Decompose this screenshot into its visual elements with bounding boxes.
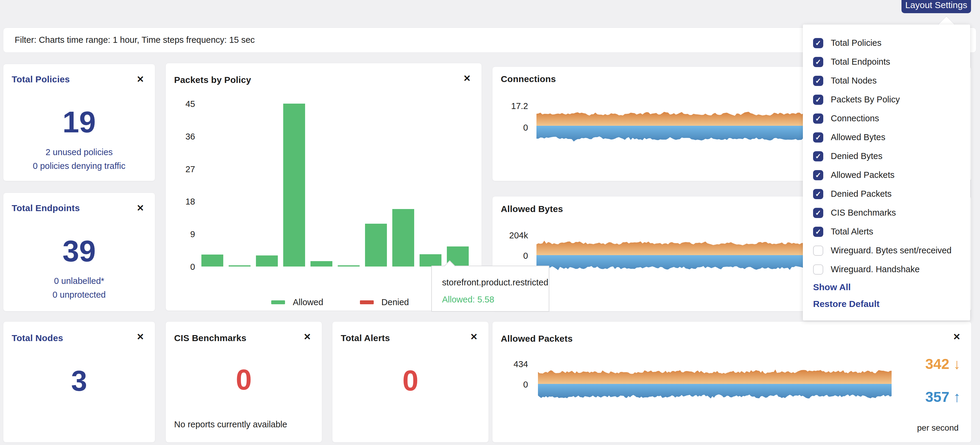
allowed-bar[interactable] (420, 254, 441, 266)
checked-checkbox-icon[interactable]: ✓ (813, 57, 823, 67)
close-icon[interactable]: ✕ (137, 75, 144, 84)
total-nodes-value: 3 (3, 367, 155, 395)
allowed-bar[interactable] (310, 261, 332, 266)
checked-checkbox-icon[interactable]: ✓ (813, 114, 823, 124)
allowed-packets-y-zero: 0 (501, 380, 528, 390)
dropdown-item-denied-bytes[interactable]: ✓Denied Bytes (803, 147, 970, 166)
allowed-packets-area-chart[interactable] (538, 367, 892, 402)
total-endpoints-subtext2: 0 unprotected (3, 290, 155, 300)
dropdown-item-wireguard-bytes-sent-received[interactable]: Wireguard. Bytes sent/received (803, 241, 970, 260)
close-icon[interactable]: ✕ (304, 333, 311, 341)
close-icon[interactable]: ✕ (137, 333, 144, 341)
total-endpoints-subtext1: 0 unlabelled* (3, 276, 155, 286)
allowed-legend-label: Allowed (293, 298, 323, 307)
allowed-bar[interactable] (256, 255, 278, 266)
allowed-packets-y-max: 434 (501, 359, 528, 369)
connections-y-zero: 0 (501, 123, 528, 133)
checked-checkbox-icon[interactable]: ✓ (813, 76, 823, 86)
total-endpoints-title[interactable]: Total Endpoints (12, 203, 80, 213)
denied-legend-swatch (360, 300, 374, 304)
total-alerts-value: 0 (332, 366, 488, 395)
bar-chart-legend: Allowed Denied (271, 298, 409, 307)
dropdown-items: ✓Total Policies✓Total Endpoints✓Total No… (803, 33, 970, 279)
bar-chart-y-tick: 0 (168, 262, 195, 272)
filter-text: Filter: Charts time range: 1 hour, Time … (15, 35, 255, 45)
allowed-packets-title: Allowed Packets (501, 334, 573, 344)
dropdown-item-total-nodes[interactable]: ✓Total Nodes (803, 71, 970, 90)
close-icon[interactable]: ✕ (137, 204, 144, 212)
dropdown-item-cis-benchmarks[interactable]: ✓CIS Benchmarks (803, 203, 970, 222)
allowed-bytes-y-zero: 0 (501, 251, 528, 261)
dropdown-item-label: Wireguard. Handshake (831, 264, 920, 274)
dropdown-item-allowed-packets[interactable]: ✓Allowed Packets (803, 166, 970, 184)
total-alerts-card: Total Alerts ✕ 0 (332, 321, 489, 443)
dropdown-item-label: Denied Packets (831, 189, 892, 199)
close-icon[interactable]: ✕ (463, 74, 471, 83)
bar-chart-plot[interactable] (197, 102, 475, 266)
dropdown-item-label: Allowed Bytes (831, 132, 885, 142)
total-policies-card: Total Policies ✕ 19 2 unused policies 0 … (3, 64, 155, 181)
dropdown-item-allowed-bytes[interactable]: ✓Allowed Bytes (803, 128, 970, 147)
allowed-bar[interactable] (338, 265, 360, 266)
dropdown-item-total-endpoints[interactable]: ✓Total Endpoints (803, 52, 970, 71)
allowed-bar[interactable] (392, 209, 414, 266)
allowed-legend-swatch (271, 300, 285, 304)
packets-by-policy-title: Packets by Policy (174, 75, 251, 85)
packets-unit-label: per second (917, 423, 959, 433)
show-all-link[interactable]: Show All (803, 279, 970, 296)
checked-checkbox-icon[interactable]: ✓ (813, 170, 823, 180)
checked-checkbox-icon[interactable]: ✓ (813, 132, 823, 143)
allowed-bar[interactable] (229, 265, 251, 266)
bar-chart-y-tick: 36 (168, 132, 195, 142)
dropdown-item-label: Total Endpoints (831, 57, 890, 67)
tooltip-policy-name: storefront.product.restricted (442, 277, 549, 288)
connections-y-max: 17.2 (501, 101, 528, 111)
arrow-down-icon: ↓ (953, 356, 961, 372)
checked-checkbox-icon[interactable]: ✓ (813, 95, 823, 105)
dropdown-item-label: Total Nodes (831, 76, 877, 86)
bar-chart-y-tick: 45 (168, 99, 195, 109)
total-endpoints-value: 39 (3, 236, 155, 266)
checked-checkbox-icon[interactable]: ✓ (813, 38, 823, 48)
dropdown-item-total-alerts[interactable]: ✓Total Alerts (803, 222, 970, 241)
total-policies-subtext1: 2 unused policies (3, 147, 155, 157)
allowed-bar[interactable] (283, 104, 305, 266)
unchecked-checkbox-icon[interactable] (813, 245, 823, 256)
dropdown-item-wireguard-handshake[interactable]: Wireguard. Handshake (803, 260, 970, 279)
bar-chart-y-tick: 27 (168, 165, 195, 174)
dropdown-item-label: Packets By Policy (831, 95, 900, 105)
dropdown-item-denied-packets[interactable]: ✓Denied Packets (803, 184, 970, 203)
close-icon[interactable]: ✕ (470, 333, 478, 341)
allowed-bar[interactable] (365, 224, 387, 266)
dropdown-item-label: Connections (831, 114, 879, 124)
total-policies-title[interactable]: Total Policies (12, 74, 70, 84)
dropdown-item-connections[interactable]: ✓Connections (803, 109, 970, 128)
layout-settings-dropdown: ✓Total Policies✓Total Endpoints✓Total No… (803, 25, 970, 320)
close-icon[interactable]: ✕ (953, 333, 961, 341)
cis-benchmarks-card: CIS Benchmarks ✕ 0 No reports currently … (165, 321, 322, 443)
checked-checkbox-icon[interactable]: ✓ (813, 151, 823, 162)
allowed-bar[interactable] (201, 255, 223, 266)
restore-default-link[interactable]: Restore Default (803, 296, 970, 312)
checked-checkbox-icon[interactable]: ✓ (813, 227, 823, 237)
bar-chart-y-tick: 9 (168, 230, 195, 239)
total-policies-value: 19 (3, 107, 155, 137)
dashboard: Filter: Charts time range: 1 hour, Time … (0, 0, 980, 445)
bar-chart-y-tick: 18 (168, 197, 195, 207)
dropdown-item-packets-by-policy[interactable]: ✓Packets By Policy (803, 90, 970, 109)
layout-settings-button[interactable]: Layout Settings (902, 0, 971, 13)
allowed-bytes-y-max: 204k (501, 231, 528, 241)
connections-title: Connections (501, 74, 556, 84)
unchecked-checkbox-icon[interactable] (813, 264, 823, 275)
packets-up-stat: 357 ↑ (899, 389, 961, 405)
chart-tooltip: storefront.product.restricted Allowed: 5… (431, 266, 549, 312)
total-nodes-title[interactable]: Total Nodes (12, 333, 63, 343)
dropdown-item-total-policies[interactable]: ✓Total Policies (803, 33, 970, 52)
checked-checkbox-icon[interactable]: ✓ (813, 208, 823, 218)
total-nodes-card: Total Nodes ✕ 3 (3, 321, 155, 443)
dropdown-item-label: Total Alerts (831, 227, 873, 237)
arrow-up-icon: ↑ (953, 389, 961, 405)
cis-benchmarks-note: No reports currently available (174, 420, 287, 429)
dropdown-item-label: Denied Bytes (831, 151, 883, 161)
checked-checkbox-icon[interactable]: ✓ (813, 189, 823, 199)
